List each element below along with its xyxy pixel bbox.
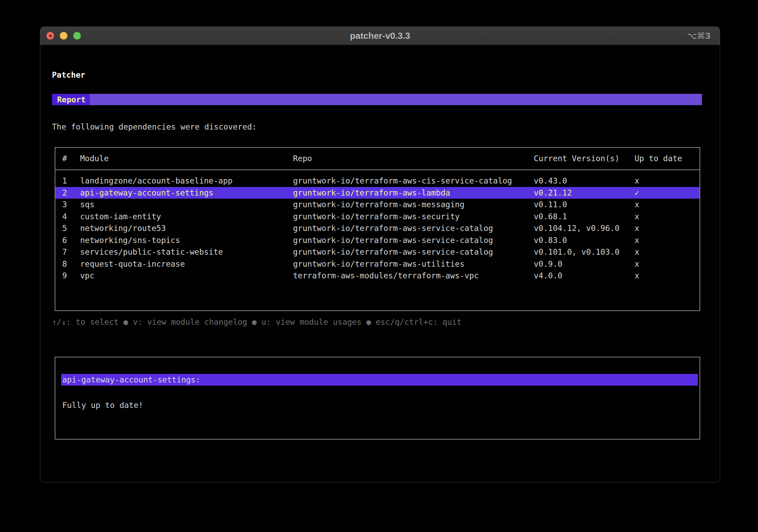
cell-up-to-date: x — [635, 271, 700, 280]
column-header-versions: Current Version(s) — [534, 154, 635, 163]
table-header-divider — [55, 169, 700, 170]
table-row[interactable]: 6networking/sns-topicsgruntwork-io/terra… — [55, 234, 700, 246]
cell-versions: v0.9.0 — [534, 259, 635, 268]
cell-up-to-date: x — [635, 247, 700, 256]
cell-versions: v4.0.0 — [534, 271, 635, 280]
app-heading: Patcher — [52, 69, 85, 81]
cell-num: 8 — [62, 259, 80, 268]
table-header: # Module Repo Current Version(s) Up to d… — [55, 153, 700, 164]
table-rows: 1landingzone/account-baseline-appgruntwo… — [55, 175, 700, 282]
cell-num: 7 — [62, 247, 80, 256]
cell-up-to-date: x — [635, 200, 700, 209]
cell-module: services/public-static-website — [80, 247, 293, 256]
cell-repo: gruntwork-io/terraform-aws-service-catal… — [293, 224, 534, 233]
window-titlebar[interactable]: patcher-v0.3.3 ⌥⌘3 — [40, 27, 720, 45]
cell-versions: v0.43.0 — [534, 176, 635, 185]
app-window: patcher-v0.3.3 ⌥⌘3 Patcher Report The fo… — [40, 26, 720, 483]
cell-up-to-date: x — [635, 212, 700, 221]
cell-module: networking/sns-topics — [80, 236, 293, 245]
module-detail-panel: api-gateway-account-settings: Fully up t… — [55, 357, 700, 440]
module-detail-heading: api-gateway-account-settings: — [61, 374, 698, 386]
column-header-repo: Repo — [293, 154, 534, 163]
cell-versions: v0.11.0 — [534, 200, 635, 209]
dependencies-table: # Module Repo Current Version(s) Up to d… — [55, 147, 700, 311]
cell-module: vpc — [80, 271, 293, 280]
cell-module: custom-iam-entity — [80, 212, 293, 221]
cell-module: networking/route53 — [80, 224, 293, 233]
cell-versions: v0.83.0 — [534, 236, 635, 245]
table-row[interactable]: 7services/public-static-websitegruntwork… — [55, 246, 700, 258]
cell-num: 4 — [62, 212, 80, 221]
cell-module: request-quota-increase — [80, 259, 293, 268]
table-row[interactable]: 4custom-iam-entitygruntwork-io/terraform… — [55, 211, 700, 223]
cell-num: 1 — [62, 176, 80, 185]
cell-module: sqs — [80, 200, 293, 209]
cell-num: 6 — [62, 236, 80, 245]
cell-repo: gruntwork-io/terraform-aws-security — [293, 212, 534, 221]
cell-versions: v0.68.1 — [534, 212, 635, 221]
cell-up-to-date: x — [635, 224, 700, 233]
cell-repo: gruntwork-io/terraform-aws-service-catal… — [293, 236, 534, 245]
cell-up-to-date: ✓ — [635, 188, 700, 197]
cell-up-to-date: x — [635, 176, 700, 185]
terminal-content: Patcher Report The following dependencie… — [40, 45, 720, 482]
report-tab-bar: Report — [52, 94, 702, 105]
module-detail-status: Fully up to date! — [55, 399, 700, 411]
cell-num: 5 — [62, 224, 80, 233]
cell-repo: gruntwork-io/terraform-aws-utilities — [293, 259, 534, 268]
cell-repo: gruntwork-io/terraform-aws-cis-service-c… — [293, 176, 534, 185]
table-row[interactable]: 5networking/route53gruntwork-io/terrafor… — [55, 222, 700, 234]
table-row[interactable]: 2api-gateway-account-settingsgruntwork-i… — [55, 187, 700, 199]
cell-module: landingzone/account-baseline-app — [80, 176, 293, 185]
cell-versions: v0.104.12, v0.96.0 — [534, 224, 635, 233]
cell-num: 3 — [62, 200, 80, 209]
cell-up-to-date: x — [635, 236, 700, 245]
cell-module: api-gateway-account-settings — [80, 188, 293, 197]
tab-report[interactable]: Report — [52, 94, 90, 105]
table-row[interactable]: 9vpcterraform-aws-modules/terraform-aws-… — [55, 270, 700, 282]
cell-num: 9 — [62, 271, 80, 280]
cell-repo: terraform-aws-modules/terraform-aws-vpc — [293, 271, 534, 280]
cell-repo: gruntwork-io/terraform-aws-lambda — [293, 188, 534, 197]
cell-num: 2 — [62, 188, 80, 197]
cell-versions: v0.101.0, v0.103.0 — [534, 247, 635, 256]
column-header-index: # — [62, 154, 80, 163]
intro-text: The following dependencies were discover… — [52, 121, 257, 133]
window-shortcut-hint: ⌥⌘3 — [687, 27, 711, 45]
column-header-up-to-date: Up to date — [635, 154, 700, 163]
cell-versions: v0.21.12 — [534, 188, 635, 197]
column-header-module: Module — [80, 154, 293, 163]
cell-up-to-date: x — [635, 259, 700, 268]
cell-repo: gruntwork-io/terraform-aws-service-catal… — [293, 247, 534, 256]
table-row[interactable]: 8request-quota-increasegruntwork-io/terr… — [55, 258, 700, 270]
window-title: patcher-v0.3.3 — [40, 27, 720, 45]
table-row[interactable]: 3sqsgruntwork-io/terraform-aws-messaging… — [55, 199, 700, 211]
table-row[interactable]: 1landingzone/account-baseline-appgruntwo… — [55, 175, 700, 187]
cell-repo: gruntwork-io/terraform-aws-messaging — [293, 200, 534, 209]
help-bar: ↑/↓: to select ● v: view module changelo… — [52, 316, 462, 328]
